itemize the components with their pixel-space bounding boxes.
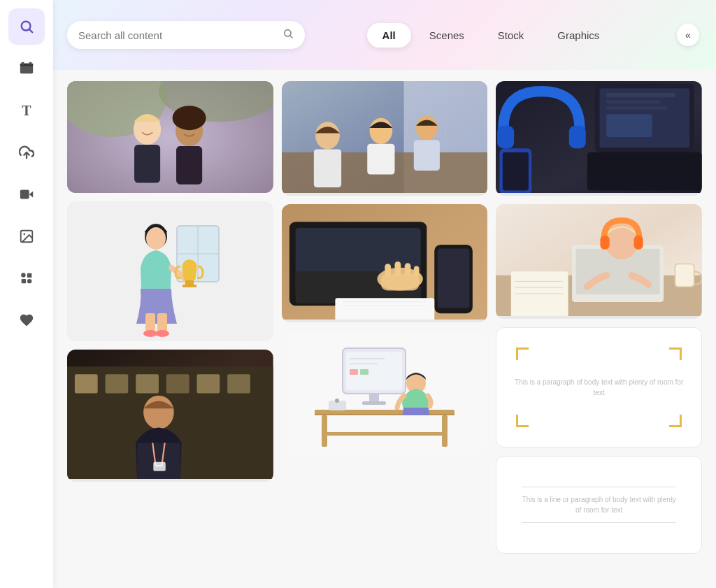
svg-rect-97: [607, 101, 660, 103]
svg-rect-70: [404, 263, 410, 277]
text-icon: T: [22, 103, 31, 119]
tab-scenes[interactable]: Scenes: [414, 23, 480, 48]
svg-point-35: [155, 330, 169, 337]
svg-rect-111: [634, 236, 643, 250]
svg-rect-98: [607, 106, 668, 109]
svg-point-23: [173, 106, 206, 130]
sidebar: T: [0, 0, 53, 588]
sidebar-item-photos[interactable]: [8, 218, 45, 254]
svg-rect-54: [367, 144, 394, 175]
template-divider-top: [522, 487, 676, 487]
svg-rect-69: [394, 261, 401, 277]
sidebar-item-text[interactable]: T: [8, 92, 45, 129]
media-grid: This is a paragraph of body text with pl…: [67, 81, 702, 554]
sidebar-item-search[interactable]: [8, 8, 45, 45]
sidebar-item-video[interactable]: [8, 176, 45, 213]
svg-rect-80: [322, 432, 448, 436]
header: All Scenes Stock Graphics «: [53, 0, 716, 70]
template-text-1: This is a paragraph of body text with pl…: [510, 377, 687, 398]
media-card-template-2[interactable]: This is a line or paragraph of body text…: [496, 456, 702, 554]
svg-rect-63: [335, 298, 434, 320]
content-area: This is a paragraph of body text with pl…: [53, 70, 716, 588]
svg-rect-78: [322, 415, 327, 447]
media-card-template-1[interactable]: This is a paragraph of body text with pl…: [496, 327, 702, 447]
media-card-presenter[interactable]: [67, 350, 273, 482]
sidebar-item-favorites[interactable]: [8, 302, 45, 338]
svg-rect-42: [197, 374, 220, 393]
sidebar-item-elements[interactable]: [8, 260, 45, 296]
search-bar[interactable]: [67, 21, 305, 49]
main-content: All Scenes Stock Graphics «: [53, 0, 716, 588]
svg-rect-110: [601, 236, 610, 250]
corner-tl: [516, 347, 529, 360]
svg-rect-21: [134, 145, 160, 183]
media-card-meeting[interactable]: [282, 81, 488, 196]
tab-graphics[interactable]: Graphics: [542, 23, 615, 48]
svg-rect-75: [362, 401, 386, 405]
svg-marker-8: [29, 191, 33, 197]
svg-rect-12: [27, 273, 31, 278]
svg-rect-87: [360, 369, 368, 375]
svg-point-51: [315, 122, 340, 149]
svg-rect-77: [315, 414, 454, 415]
media-card-laptop-hand[interactable]: [282, 204, 488, 322]
template-corners-1: This is a paragraph of body text with pl…: [510, 342, 687, 433]
grid-col-2: [282, 81, 488, 554]
svg-point-10: [23, 233, 25, 235]
svg-point-83: [335, 399, 339, 403]
svg-rect-31: [182, 285, 196, 287]
svg-rect-56: [413, 140, 439, 171]
svg-point-11: [21, 273, 25, 277]
svg-rect-74: [369, 394, 379, 402]
svg-rect-5: [29, 62, 32, 65]
tab-stock[interactable]: Stock: [482, 23, 540, 48]
svg-rect-30: [185, 280, 194, 285]
template-text-2: This is a line or paragraph of body text…: [522, 494, 676, 515]
svg-rect-93: [569, 126, 586, 149]
tab-all[interactable]: All: [367, 23, 411, 48]
svg-point-14: [27, 279, 31, 283]
svg-rect-91: [587, 152, 702, 191]
svg-point-55: [416, 115, 438, 140]
grid-col-3: This is a paragraph of body text with pl…: [496, 81, 702, 554]
svg-rect-99: [607, 114, 652, 137]
media-card-illustration-trophy[interactable]: [67, 201, 273, 341]
media-card-desk-illustration[interactable]: [282, 331, 488, 457]
media-card-headphones[interactable]: [496, 81, 702, 196]
svg-rect-52: [313, 149, 341, 187]
svg-rect-68: [385, 264, 391, 278]
svg-rect-4: [22, 62, 24, 65]
svg-line-16: [290, 36, 292, 38]
corner-bl: [516, 415, 529, 427]
svg-rect-108: [675, 264, 694, 287]
corner-tr: [669, 347, 682, 360]
grid-col-1: [67, 81, 273, 554]
search-input[interactable]: [78, 29, 282, 41]
template-divider-bottom: [522, 522, 676, 523]
svg-rect-95: [503, 152, 529, 191]
sidebar-item-scenes[interactable]: [8, 50, 45, 87]
tabs: All Scenes Stock Graphics: [367, 23, 615, 48]
svg-rect-79: [442, 415, 448, 447]
collapse-button[interactable]: «: [677, 24, 699, 46]
media-card-couple[interactable]: [67, 81, 273, 193]
svg-rect-45: [137, 443, 180, 479]
svg-rect-46: [153, 462, 165, 471]
svg-rect-96: [607, 93, 675, 98]
svg-rect-71: [413, 266, 419, 278]
corner-br: [669, 415, 682, 427]
sidebar-item-upload[interactable]: [8, 134, 45, 171]
svg-rect-7: [20, 190, 29, 199]
svg-rect-86: [350, 369, 358, 375]
svg-point-44: [143, 396, 174, 429]
media-card-desk-headphones[interactable]: [496, 204, 702, 319]
svg-rect-39: [106, 374, 129, 393]
svg-rect-62: [437, 248, 469, 308]
svg-rect-38: [75, 374, 98, 393]
search-icon: [282, 28, 294, 42]
svg-point-29: [146, 227, 166, 250]
template-content-2: This is a line or paragraph of body text…: [510, 475, 687, 534]
svg-rect-24: [176, 146, 202, 185]
svg-rect-40: [136, 374, 159, 393]
svg-line-1: [29, 29, 32, 32]
